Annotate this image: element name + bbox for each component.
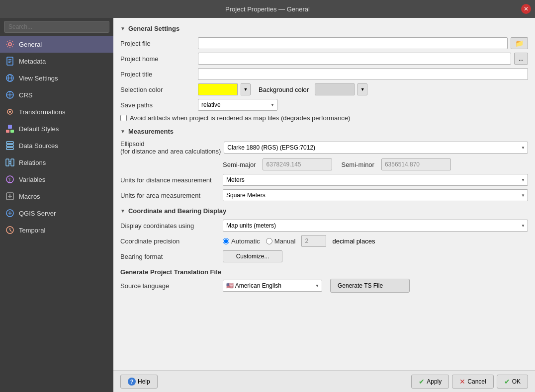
coord-precision-label: Coordinate precision (120, 237, 220, 245)
footer-left: ? Help (120, 375, 158, 389)
view-settings-icon (5, 73, 15, 83)
temporal-icon (5, 225, 15, 235)
sidebar-item-macros[interactable]: Macros (0, 188, 113, 205)
sidebar-item-label-crs: CRS (19, 91, 32, 99)
project-home-browse-btn[interactable]: ... (514, 53, 528, 65)
svg-line-30 (10, 230, 11, 232)
sidebar-item-label-variables: Variables (19, 176, 45, 183)
ellipsoid-label: Ellipsoid (for distance and area calcula… (120, 140, 221, 155)
settings-content: ▼ General Settings Project file 📁 Projec… (113, 18, 535, 370)
footer-bar: ? Help ✔ Apply ✕ Cancel ✔ OK (113, 370, 535, 392)
sidebar-item-transformations[interactable]: Transformations (0, 103, 113, 120)
background-color-btn[interactable] (315, 83, 355, 95)
generate-ts-btn[interactable]: Generate TS File (330, 279, 410, 293)
source-language-select[interactable]: 🇺🇸 American English English (223, 280, 322, 292)
measurements-arrow: ▼ (120, 129, 125, 134)
auto-radio[interactable] (223, 238, 229, 244)
general-settings-section: ▼ General Settings Project file 📁 Projec… (120, 25, 528, 122)
apply-check-icon: ✔ (419, 378, 425, 386)
semi-axes-row: Semi-major Semi-minor (223, 158, 528, 170)
sidebar-item-temporal[interactable]: Temporal (0, 222, 113, 238)
avoid-artifacts-row: Avoid artifacts when project is rendered… (120, 114, 528, 122)
sidebar-item-variables[interactable]: ∑ Variables (0, 171, 113, 188)
sidebar: General Metadata View Settings CRS Trans… (0, 18, 113, 392)
source-language-row: Source language 🇺🇸 American English Engl… (120, 279, 528, 293)
coordinate-section: ▼ Coordinate and Bearing Display Display… (120, 207, 528, 262)
ok-check-icon: ✔ (504, 378, 510, 386)
display-coords-select[interactable]: Map units (meters) Decimal Degrees DMS (223, 220, 528, 232)
selection-color-btn[interactable] (198, 83, 238, 95)
sidebar-item-data-sources[interactable]: Data Sources (0, 137, 113, 154)
footer-right: ✔ Apply ✕ Cancel ✔ OK (411, 375, 528, 389)
background-color-label: Background color (259, 86, 309, 93)
ellipsoid-row: Ellipsoid (for distance and area calcula… (120, 140, 528, 155)
sidebar-item-view-settings[interactable]: View Settings (0, 70, 113, 86)
svg-rect-18 (6, 159, 9, 166)
right-panel: ▼ General Settings Project file 📁 Projec… (113, 18, 535, 392)
project-home-input[interactable] (198, 53, 511, 65)
manual-radio-label[interactable]: Manual (266, 237, 296, 245)
precision-radio-group: Automatic Manual decimal places (223, 235, 375, 247)
colors-row: Selection color ▼ Background color ▼ (120, 83, 528, 95)
svg-text:∑: ∑ (8, 177, 11, 182)
sidebar-item-qgis-server[interactable]: QGIS Server (0, 205, 113, 222)
source-language-label: Source language (120, 282, 220, 290)
svg-rect-13 (10, 130, 14, 133)
selection-color-dropdown[interactable]: ▼ (241, 83, 251, 95)
coordinate-title: Coordinate and Bearing Display (128, 207, 226, 215)
sidebar-item-label-data-sources: Data Sources (19, 142, 58, 150)
avoid-artifacts-checkbox[interactable] (120, 115, 127, 121)
decimal-places-label: decimal places (332, 237, 375, 245)
sidebar-search-input[interactable] (4, 21, 109, 33)
background-color-dropdown[interactable]: ▼ (357, 83, 367, 95)
area-label: Units for area measurement (120, 192, 220, 199)
semi-minor-label: Semi-minor (341, 161, 374, 168)
help-button[interactable]: ? Help (120, 375, 158, 389)
translation-section: Generate Project Translation File Source… (120, 268, 528, 293)
ok-button[interactable]: ✔ OK (497, 375, 528, 389)
svg-rect-19 (11, 159, 14, 166)
sidebar-item-crs[interactable]: CRS (0, 86, 113, 103)
distance-select[interactable]: Meters Kilometers Feet (223, 174, 528, 186)
sidebar-item-default-styles[interactable]: Default Styles (0, 120, 113, 137)
apply-button[interactable]: ✔ Apply (411, 375, 449, 389)
project-file-browse-btn[interactable]: 📁 (511, 37, 528, 49)
coord-precision-row: Coordinate precision Automatic Manual de… (120, 235, 528, 247)
semi-major-label: Semi-major (223, 161, 256, 168)
sidebar-item-label-default-styles: Default Styles (19, 125, 59, 133)
sidebar-item-label-qgis-server: QGIS Server (19, 210, 56, 217)
default-styles-icon (5, 124, 15, 134)
sidebar-item-metadata[interactable]: Metadata (0, 53, 113, 70)
area-select[interactable]: Square Meters Square Kilometers Acres (223, 189, 528, 201)
manual-radio[interactable] (266, 238, 272, 244)
svg-point-0 (8, 43, 11, 46)
selection-color-label: Selection color (120, 86, 195, 93)
ellipsoid-select[interactable]: Clarke 1880 (RGS) (EPSG:7012) (224, 142, 528, 154)
save-paths-select[interactable]: relative absolute (198, 99, 277, 111)
sidebar-item-label-macros: Macros (19, 193, 40, 200)
display-coords-row: Display coordinates using Map units (met… (120, 220, 528, 232)
area-row: Units for area measurement Square Meters… (120, 189, 528, 201)
distance-label: Units for distance measurement (120, 176, 220, 184)
bearing-customize-btn[interactable]: Customize... (223, 250, 282, 262)
decimal-places-input[interactable] (301, 235, 326, 247)
data-sources-icon (5, 141, 15, 151)
semi-major-input (263, 158, 332, 170)
project-title-input[interactable] (198, 68, 528, 80)
close-button[interactable]: ✕ (521, 4, 531, 14)
sidebar-item-label-general: General (19, 41, 42, 48)
cancel-button[interactable]: ✕ Cancel (452, 375, 493, 389)
sidebar-item-relations[interactable]: Relations (0, 154, 113, 171)
transformations-icon (5, 107, 15, 117)
general-settings-arrow: ▼ (120, 26, 125, 31)
svg-point-11 (9, 111, 11, 113)
measurements-section: ▼ Measurements Ellipsoid (for distance a… (120, 128, 528, 201)
project-file-input[interactable] (198, 37, 508, 49)
sidebar-item-general[interactable]: General (0, 36, 113, 53)
coordinate-arrow: ▼ (120, 208, 125, 214)
distance-row: Units for distance measurement Meters Ki… (120, 174, 528, 186)
ellipsis-label: ... (519, 55, 524, 62)
auto-radio-label[interactable]: Automatic (223, 237, 260, 245)
relations-icon (5, 157, 15, 167)
project-home-label: Project home (120, 55, 195, 63)
